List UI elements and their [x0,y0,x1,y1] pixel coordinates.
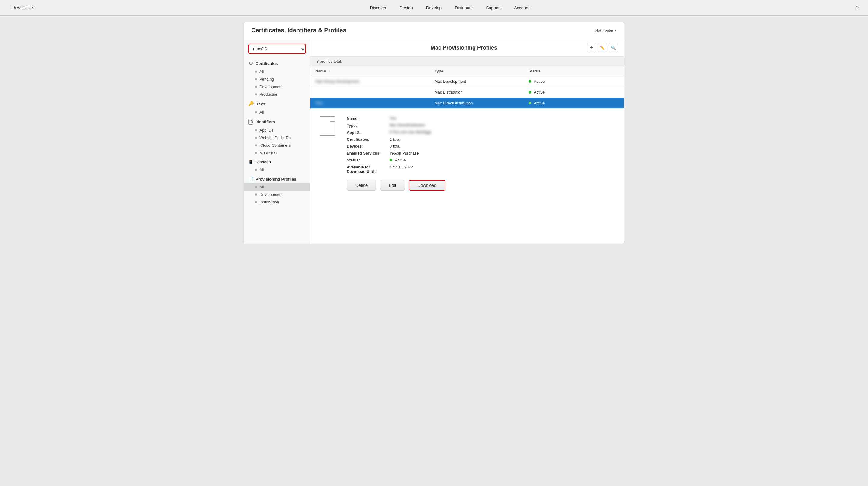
sidebar-section-certificates: ⚙ Certificates All Pending Development [244,59,310,98]
sidebar-item-website-push-ids[interactable]: Website Push IDs [244,134,310,141]
devices-header: 📱 Devices [244,158,310,166]
nav-account[interactable]: Account [507,0,536,16]
detail-certs-value: 1 total [390,137,400,141]
sidebar-section-devices: 📱 Devices All [244,158,310,173]
bullet-icon [255,71,257,73]
nav-distribute[interactable]: Distribute [448,0,479,16]
download-button[interactable]: Download [409,180,445,191]
profile-name-blurred: Hab Shoup Development [315,79,359,84]
profiles-count-text: 3 profiles total. [316,59,342,64]
keys-label: Keys [255,102,265,106]
nav-develop[interactable]: Develop [420,0,448,16]
profile-status: Active [534,90,545,95]
file-icon-wrapper [319,116,338,194]
nav-design[interactable]: Design [393,0,420,16]
provisioning-header: 📄 Provisioning Profiles [244,175,310,183]
sidebar-section-keys: 🔑 Keys All [244,99,310,116]
edit-profile-button[interactable]: ✏️ [598,43,607,52]
detail-appid-label: App ID: [347,130,386,135]
profile-status: Active [534,79,545,84]
sidebar-section-identifiers: ID Identifiers App IDs Website Push IDs … [244,117,310,157]
th-type: Type [430,66,523,76]
detail-row-appid: App ID: ft Tins com mac MsrtHggs [347,130,615,135]
provisioning-icon: 📄 [248,176,253,182]
detail-name-label: Name: [347,116,386,121]
bullet-icon [255,144,257,147]
sidebar-item-label: All [259,110,264,115]
sidebar-item-profiles-development[interactable]: Development [244,191,310,198]
detail-devices-label: Devices: [347,144,386,149]
th-name-label: Name [315,69,326,73]
search-profile-button[interactable]: 🔍 [609,43,618,52]
profiles-table: Name ▲ Type Status [310,66,624,109]
detail-status-label: Status: [347,158,386,162]
nav-logo[interactable]: Developer [9,5,35,11]
edit-icon: ✏️ [600,45,605,50]
status-text: Active [395,158,406,162]
profiles-header: Mac Provisioning Profiles + ✏️ 🔍 [310,39,624,57]
sidebar-item-app-ids[interactable]: App IDs [244,127,310,134]
profile-type: Mac DirectDistribution [434,101,473,105]
detail-panel: Name: Tins Type: Mac DirectDistribution … [310,109,624,201]
sidebar-item-certs-development[interactable]: Development [244,83,310,91]
table-row-selected[interactable]: Tins Mac DirectDistribution Active [310,98,624,109]
detail-available-label: Available forDownload Until: [347,165,386,174]
sidebar-item-keys-all[interactable]: All [244,108,310,116]
table-row[interactable]: Mac Distribution Active [310,87,624,98]
th-name[interactable]: Name ▲ [310,66,430,76]
edit-button[interactable]: Edit [380,180,405,191]
th-status: Status [524,66,624,76]
bullet-icon [255,93,257,95]
bullet-icon [255,86,257,88]
detail-row-devices: Devices: 0 total [347,144,615,149]
detail-row-available: Available forDownload Until: Nov 01, 202… [347,165,615,174]
detail-row-name: Name: Tins [347,116,615,121]
sidebar-item-devices-all[interactable]: All [244,166,310,173]
row-status: Active [524,98,624,109]
search-icon[interactable]: ⚲ [855,5,859,10]
add-profile-button[interactable]: + [587,43,596,52]
search-icon: 🔍 [611,45,616,50]
page-title: Certificates, Identifiers & Profiles [251,27,346,34]
bullet-icon [255,169,257,171]
user-menu[interactable]: Nat Foster ▾ [595,28,617,33]
row-name [310,87,430,98]
detail-devices-value: 0 total [390,144,400,149]
sidebar-item-icloud-containers[interactable]: iCloud Containers [244,141,310,149]
platform-select[interactable]: macOS iOS tvOS watchOS [248,44,306,54]
profiles-count-bar: 3 profiles total. [310,57,624,66]
bullet-icon [255,111,257,113]
status-dot-icon [529,102,531,104]
sidebar-item-certs-pending[interactable]: Pending [244,75,310,83]
nav-brand-label: Developer [11,5,35,11]
sidebar-item-label: Production [259,92,278,97]
certificates-header: ⚙ Certificates [244,59,310,68]
file-icon-corner [330,117,335,122]
sidebar-item-label: All [259,167,264,172]
delete-button[interactable]: Delete [347,180,376,191]
sidebar-item-certs-production[interactable]: Production [244,91,310,98]
profile-name-blurred: Tins [315,101,322,105]
file-icon [319,116,338,138]
sidebar-item-profiles-distribution[interactable]: Distribution [244,198,310,206]
profile-type: Mac Distribution [434,90,462,95]
table-row[interactable]: Hab Shoup Development Mac Development Ac… [310,76,624,87]
detail-info: Name: Tins Type: Mac DirectDistribution … [347,116,615,194]
nav-support[interactable]: Support [479,0,507,16]
sidebar-item-certs-all[interactable]: All [244,68,310,75]
devices-label: Devices [255,160,271,164]
file-icon-body [319,116,335,135]
row-type: Mac DirectDistribution [430,98,523,109]
keys-icon: 🔑 [248,101,253,106]
nav-discover[interactable]: Discover [363,0,393,16]
row-name: Tins [310,98,430,109]
identifiers-header: ID Identifiers [244,117,310,127]
detail-row-certificates: Certificates: 1 total [347,137,615,141]
keys-header: 🔑 Keys [244,99,310,108]
sidebar-item-music-ids[interactable]: Music IDs [244,149,310,157]
sidebar-item-label: App IDs [259,128,273,132]
provisioning-label: Provisioning Profiles [255,177,296,182]
sidebar-item-profiles-all[interactable]: All [244,183,310,191]
profile-type: Mac Development [434,79,466,84]
action-buttons: Delete Edit Download [347,180,615,194]
